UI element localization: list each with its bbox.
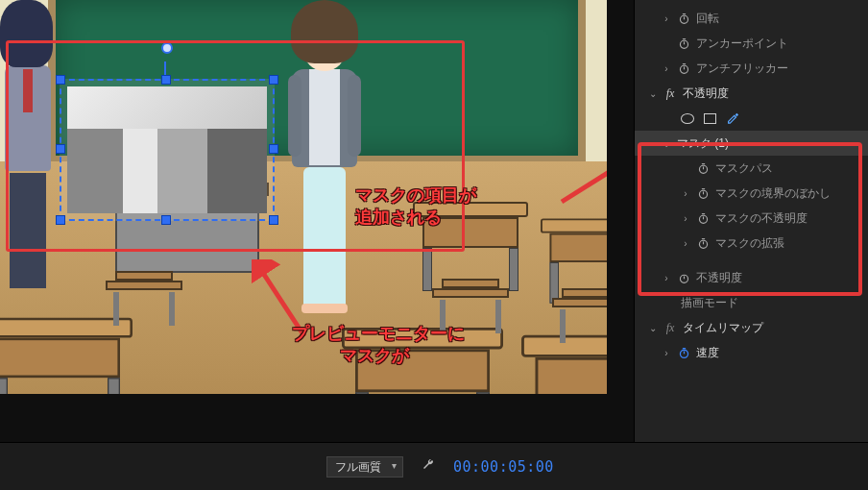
chevron-right-icon[interactable] xyxy=(662,13,671,24)
stopwatch-icon[interactable] xyxy=(677,61,690,75)
stopwatch-icon[interactable] xyxy=(677,346,690,359)
annotation-highlight-effects xyxy=(638,142,862,296)
mask-shape-tools[interactable] xyxy=(635,106,868,131)
effect-time-remap-group[interactable]: fx タイムリマップ xyxy=(635,315,868,340)
preview-footer-bar: フル画質 00:00:05:00 xyxy=(0,442,868,490)
stopwatch-icon[interactable] xyxy=(677,37,690,50)
svg-line-1 xyxy=(562,161,607,202)
annotation-arrow xyxy=(557,154,607,211)
property-label: 回転 xyxy=(696,11,868,27)
playback-quality-select[interactable]: フル画質 xyxy=(326,456,403,478)
preview-monitor[interactable]: マスクの項目が 追加される プレビューモニターに マスクが xyxy=(0,0,634,442)
property-rotation[interactable]: 回転 xyxy=(635,6,868,31)
stopwatch-icon[interactable] xyxy=(677,12,690,25)
property-speed[interactable]: 速度 xyxy=(635,340,868,365)
fx-badge-icon: fx xyxy=(663,321,677,334)
property-label: 速度 xyxy=(696,345,868,361)
property-label: 不透明度 xyxy=(683,86,868,102)
chevron-right-icon[interactable] xyxy=(662,63,671,74)
effect-opacity-group[interactable]: fx 不透明度 xyxy=(635,81,868,106)
main-area: マスクの項目が 追加される プレビューモニターに マスクが 回転 アンカーポイン… xyxy=(0,0,868,442)
chevron-down-icon[interactable] xyxy=(648,323,658,333)
rectangle-mask-icon[interactable] xyxy=(704,113,716,124)
wrench-icon[interactable] xyxy=(421,457,436,476)
property-anchor-point[interactable]: アンカーポイント xyxy=(635,31,868,56)
annotation-text-preview: プレビューモニターに マスクが xyxy=(292,323,465,368)
preview-canvas: マスクの項目が 追加される プレビューモニターに マスクが xyxy=(0,0,607,394)
annotation-text-panel: マスクの項目が 追加される xyxy=(355,184,476,230)
property-label: タイムリマップ xyxy=(683,320,868,336)
property-label: アンチフリッカー xyxy=(696,61,868,77)
property-label: アンカーポイント xyxy=(696,36,868,52)
chevron-right-icon[interactable] xyxy=(662,348,671,358)
fx-badge-icon: fx xyxy=(663,86,677,100)
timecode-display[interactable]: 00:00:05:00 xyxy=(453,458,554,476)
property-antiflicker[interactable]: アンチフリッカー xyxy=(635,56,868,81)
property-label: 描画モード xyxy=(681,295,868,311)
chevron-down-icon[interactable] xyxy=(648,88,658,99)
ellipse-mask-icon[interactable] xyxy=(681,113,694,124)
pen-tool-icon[interactable] xyxy=(726,110,739,127)
